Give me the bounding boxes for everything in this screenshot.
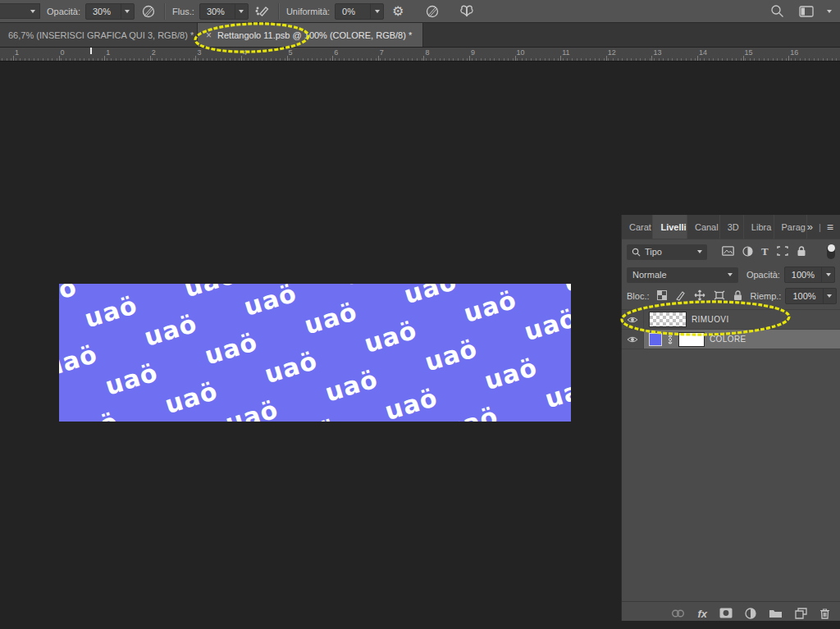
panel-menu-icon[interactable]: ≡ [827,221,833,234]
pattern-text: uaö [180,284,240,303]
ruler[interactable]: 1012345678910111213141516 [0,48,840,62]
airbrush-icon[interactable] [253,2,272,21]
lock-transparency-icon[interactable] [657,290,667,302]
brush-preset-dropdown[interactable] [0,3,40,19]
new-layer-icon[interactable] [795,608,807,621]
pattern-text: uaö [301,297,361,340]
ruler-tick [786,58,787,61]
shape-filter-icon[interactable] [777,246,788,258]
layer-mask-thumbnail[interactable] [678,332,705,347]
ruler-tick [458,58,459,61]
ruler-major-tick [606,56,607,61]
tab-librerie[interactable]: Libra [744,215,774,239]
ruler-number: 3 [197,48,201,57]
ruler-tick [513,58,514,61]
pixel-layer-filter-icon[interactable] [722,246,734,258]
ruler-number: 7 [380,48,384,57]
add-mask-icon[interactable] [719,608,733,620]
ruler-tick [57,58,57,61]
lock-move-icon[interactable] [694,289,705,303]
opacity-value[interactable]: 30% [86,7,121,16]
ruler-tick [691,58,692,61]
chevron-down-icon [125,10,130,13]
layer-name[interactable]: RIMUOVI [692,315,729,324]
ruler-tick [645,58,646,61]
tab-paragrafo[interactable]: Parag [774,215,807,239]
ruler-tick [768,58,769,61]
ruler-tick [376,58,377,61]
pressure-size-icon[interactable] [423,2,441,21]
artwork-rectangle[interactable]: uaöuaöuaöuaöuaöuaöuaöuaöuaöuaöuaöuaöuaöu… [59,284,571,422]
ruler-tick [175,58,176,61]
ruler-tick [695,58,696,61]
layer-rimuovi[interactable]: RIMUOVI [622,310,840,330]
ruler-tick [358,58,358,61]
layer-fill-input[interactable]: 100% [785,288,836,304]
ruler-tick [194,58,194,61]
layer-colore[interactable]: COLORE [622,330,840,349]
delete-layer-icon[interactable] [819,608,830,621]
tab-3d[interactable]: 3D [720,215,744,239]
smart-object-filter-icon[interactable] [797,246,806,258]
lock-all-icon[interactable] [733,290,742,303]
ruler-tick [207,58,208,61]
pressure-opacity-icon[interactable] [139,2,158,21]
tab-canali[interactable]: Canal [687,215,720,239]
ruler-tick [89,58,89,61]
layer-name[interactable]: COLORE [710,335,746,344]
ruler-tick [526,58,527,61]
pattern-text: uaö [240,284,300,321]
fx-icon[interactable]: fx [697,608,707,620]
ruler-tick [308,58,308,61]
document-tab-inactive[interactable]: 66,7% (INSERISCI GRAFICA QUI 3, RGB/8) * [0,23,198,47]
type-filter-icon[interactable]: T [761,245,769,258]
ruler-tick [435,58,436,61]
expand-tabs-icon[interactable]: » [807,221,813,233]
ruler-tick [449,58,450,61]
pattern-text: uaö [421,334,481,377]
link-layers-icon[interactable] [671,608,685,620]
layer-fill-value[interactable]: 100% [786,291,822,301]
blend-mode-dropdown[interactable]: Normale [627,267,738,283]
ruler-tick [640,58,641,61]
search-icon[interactable] [768,2,786,21]
layer-color-thumbnail[interactable] [649,333,662,346]
layer-opacity-input[interactable]: 100% [784,267,835,283]
visibility-toggle[interactable] [622,310,644,329]
lock-artboard-icon[interactable] [714,290,725,302]
ruler-tick [216,58,217,61]
chevron-down-icon[interactable] [827,10,832,13]
opacity-input[interactable]: 30% [85,3,135,20]
filter-toggle[interactable] [827,244,835,259]
ruler-major-tick [423,56,424,61]
smoothing-value[interactable]: 0% [336,7,370,16]
flow-value[interactable]: 30% [200,7,235,16]
workspace-switcher-icon[interactable] [797,2,815,21]
active-document-tab[interactable]: × Rettangolo 11.psb @ 100% (COLORE, RGB/… [198,23,423,47]
flow-input[interactable]: 30% [199,3,249,20]
tab-carattere[interactable]: Carat [622,215,653,239]
ruler-tick [48,58,48,61]
filter-type-dropdown[interactable]: Tipo [627,244,707,260]
ruler-tick [125,58,126,61]
ruler-tick [362,58,363,61]
adjustment-layer-icon[interactable] [745,608,756,621]
ruler-tick [349,58,349,61]
gear-icon[interactable]: ⚙ [389,2,407,21]
lock-paint-icon[interactable] [675,290,686,303]
close-icon[interactable]: × [206,30,212,40]
layer-opacity-value[interactable]: 100% [785,270,821,280]
ruler-tick [408,58,409,61]
ruler-tick [399,58,399,61]
layer-thumbnail-transparent[interactable] [649,312,687,327]
ruler-tick [157,58,158,61]
smoothing-input[interactable]: 0% [335,3,384,20]
adjustment-filter-icon[interactable] [742,246,753,258]
symmetry-butterfly-icon[interactable] [458,2,476,21]
ruler-tick [549,58,550,61]
tab-livelli[interactable]: Livelli [653,215,687,239]
ruler-major-tick [13,56,14,61]
new-group-icon[interactable] [769,608,783,620]
ruler-tick [764,58,765,61]
visibility-toggle[interactable] [622,330,644,349]
